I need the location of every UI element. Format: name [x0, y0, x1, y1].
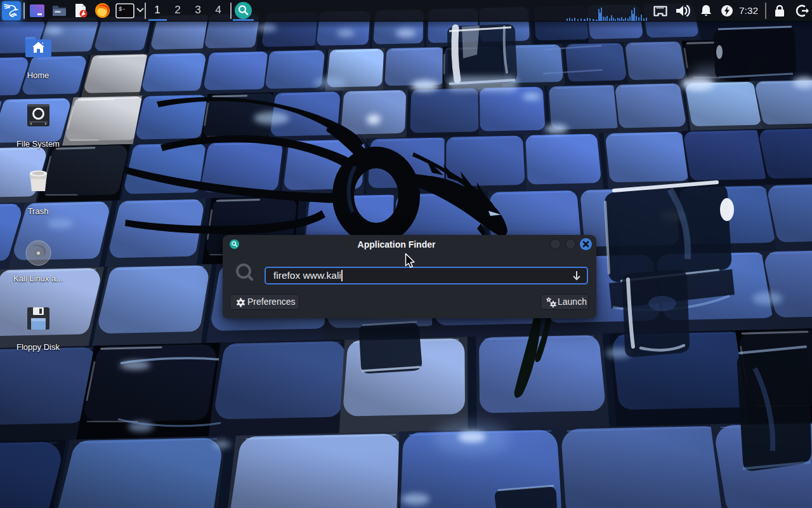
svg-text:$-: $-: [119, 6, 126, 13]
